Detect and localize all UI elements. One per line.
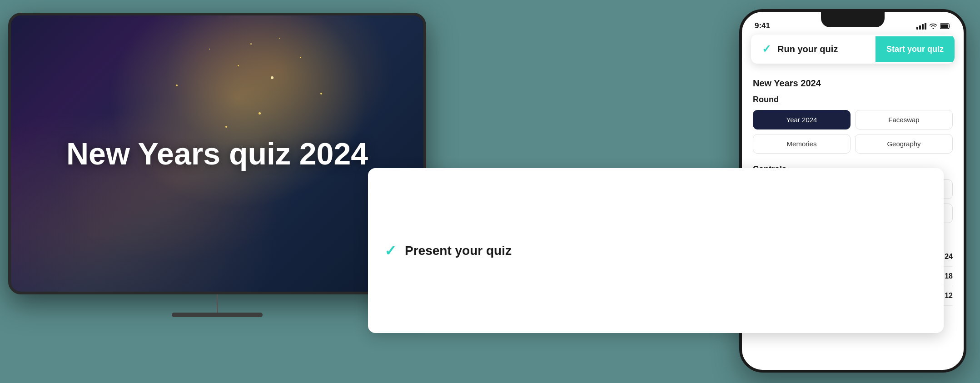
- quiz-action-bar: ✓ Run your quiz Start your quiz: [751, 35, 955, 64]
- tv-base: [172, 313, 263, 317]
- round-button-faceswap[interactable]: Faceswap: [855, 110, 953, 129]
- present-quiz-label: Present your quiz: [405, 244, 512, 258]
- team-score-3: 12: [945, 292, 953, 300]
- run-quiz-section: ✓ Run your quiz: [751, 35, 876, 64]
- sparkle-8: [250, 43, 252, 45]
- round-button-memories[interactable]: Memories: [753, 134, 851, 154]
- check-icon: ✓: [384, 242, 397, 259]
- run-start-bar-wrapper: ✓ Run your quiz Start your quiz: [742, 35, 964, 64]
- tv-monitor: New Years quiz 2024: [8, 13, 426, 322]
- phone-time: 9:41: [755, 21, 770, 30]
- sparkle-10: [279, 38, 280, 39]
- team-score-1: 24: [945, 253, 953, 261]
- sparkle-7: [271, 76, 274, 79]
- present-your-quiz-card: ✓ Present your quiz: [368, 168, 944, 333]
- start-quiz-button[interactable]: Start your quiz: [876, 36, 955, 62]
- battery-icon: [940, 23, 951, 29]
- run-quiz-label: Run your quiz: [777, 44, 838, 55]
- svg-rect-1: [941, 24, 948, 28]
- tv-frame: New Years quiz 2024: [8, 13, 426, 294]
- round-buttons-grid: Year 2024 Faceswap Memories Geography: [753, 110, 953, 154]
- phone-status-icons: [916, 23, 951, 30]
- tv-screen: New Years quiz 2024: [11, 15, 423, 292]
- tv-quiz-title: New Years quiz 2024: [66, 136, 368, 171]
- round-button-geography[interactable]: Geography: [855, 134, 953, 154]
- run-quiz-check-icon: ✓: [762, 43, 771, 55]
- tv-stand: [217, 294, 218, 313]
- team-score-2: 18: [945, 272, 953, 280]
- phone-notch: [821, 12, 885, 27]
- round-section-title: Round: [753, 95, 953, 104]
- sparkle-4: [300, 57, 301, 58]
- sparkle-3: [259, 112, 261, 114]
- wifi-icon: [929, 23, 937, 29]
- phone-quiz-title: New Years 2024: [753, 75, 953, 89]
- signal-icon: [916, 23, 926, 30]
- sparkle-6: [209, 49, 210, 50]
- round-button-year2024[interactable]: Year 2024: [753, 110, 851, 129]
